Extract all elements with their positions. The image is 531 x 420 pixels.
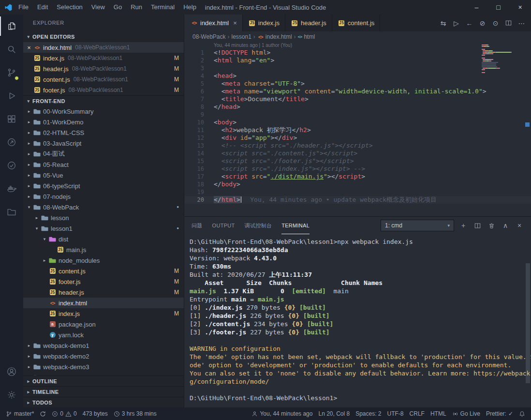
terminal-scrollbar[interactable] — [526, 263, 530, 383]
cursor-position[interactable]: Ln 20, Col 8 — [315, 407, 353, 420]
breadcrumb-lesson1[interactable]: lesson1 — [231, 33, 251, 40]
tree-item-lesson[interactable]: ▸lesson — [23, 212, 184, 223]
go-live[interactable]: Go Live — [449, 407, 483, 420]
tab-content.js[interactable]: JScontent.js — [332, 15, 381, 31]
run-file-icon[interactable]: ▷ — [450, 19, 463, 27]
more-actions-icon[interactable]: ⋯ — [515, 19, 528, 27]
panel-tab-调试控制台[interactable]: 调试控制台 — [245, 217, 272, 234]
workspace-folder-header[interactable]: ▾ FRONT-END — [23, 95, 184, 106]
close-panel-icon[interactable]: × — [515, 222, 524, 229]
tree-item-08-WebPack[interactable]: ▾08-WebPack● — [23, 202, 184, 212]
tree-item-03-JavaScript[interactable]: ▸03-JavaScript — [23, 138, 184, 149]
menu-selection[interactable]: Selection — [52, 0, 87, 15]
tree-item-index.html[interactable]: <>index.html — [23, 298, 184, 308]
tree-item-00-WorkSummary[interactable]: ▸00-WorkSummary — [23, 106, 184, 117]
activity-settings[interactable] — [0, 383, 23, 406]
tree-item-content.js[interactable]: JScontent.jsM — [23, 266, 184, 276]
run-and-debug-icon[interactable]: ⊙ — [489, 19, 502, 27]
tree-item-node_modules[interactable]: ▸node_modules — [23, 255, 184, 266]
open-editor-footer.js[interactable]: JSfooter.js08-WebPack\lesson1M — [23, 85, 184, 95]
panel-tab-TERMINAL[interactable]: TERMINAL — [281, 217, 310, 234]
minimize-button[interactable]: – — [466, 0, 487, 15]
problems[interactable]: 00 — [49, 407, 79, 420]
menu-view[interactable]: View — [87, 0, 109, 15]
terminal-output[interactable]: D:\GitHub\Front-End\08-WebPack\lesson1>n… — [185, 234, 531, 407]
tree-item-index.js[interactable]: JSindex.jsM — [23, 308, 184, 319]
menu-run[interactable]: Run — [126, 0, 147, 15]
tree-item-lesson1[interactable]: ▾lesson1● — [23, 223, 184, 234]
activity-explorer[interactable] — [0, 15, 23, 38]
open-editor-header.js[interactable]: JSheader.js08-WebPack\lesson1M — [23, 63, 184, 74]
split-terminal-icon[interactable] — [472, 223, 482, 229]
close-editor-icon[interactable]: × — [25, 44, 33, 51]
file-size[interactable]: 473 bytes — [80, 407, 111, 420]
activity-account[interactable] — [0, 360, 23, 383]
split-editor-icon[interactable] — [502, 20, 515, 26]
maximize-button[interactable]: □ — [487, 0, 509, 15]
code-editor[interactable]: You, 44 minutes ago | 1 author (You) 1<!… — [185, 42, 531, 216]
tree-item-webpack-demo2[interactable]: ▸webpack-demo2 — [23, 351, 184, 361]
tree-item-05-Vue[interactable]: ▸05-Vue — [23, 170, 184, 180]
tree-item-04-面试[interactable]: ▸04-面试 — [23, 149, 184, 159]
activity-gitlens[interactable] — [0, 131, 23, 154]
tree-item-dist[interactable]: ▾dist — [23, 234, 184, 244]
activity-source-control[interactable] — [0, 61, 23, 84]
tree-item-yarn.lock[interactable]: yyarn.lock — [23, 330, 184, 340]
tab-index.html[interactable]: <>index.html× — [185, 15, 243, 31]
tree-item-header.js[interactable]: JSheader.jsM — [23, 287, 184, 298]
new-terminal-icon[interactable]: + — [458, 222, 468, 229]
kill-terminal-icon[interactable] — [487, 223, 496, 229]
go-back-icon[interactable]: ← — [463, 19, 476, 27]
menu-go[interactable]: Go — [109, 0, 126, 15]
menu-file[interactable]: File — [14, 0, 33, 15]
close-tab-icon[interactable]: × — [233, 19, 237, 27]
section-timeline[interactable]: ▸TIMELINE — [23, 386, 184, 397]
tree-item-footer.js[interactable]: JSfooter.jsM — [23, 276, 184, 287]
breadcrumb-html[interactable]: <>html — [298, 33, 315, 40]
tab-index.js[interactable]: JSindex.js — [243, 15, 285, 31]
close-button[interactable]: × — [509, 0, 531, 15]
prettier[interactable]: Prettier:✓ — [483, 407, 516, 420]
maximize-panel-icon[interactable]: ∧ — [501, 222, 510, 229]
open-editor-index.js[interactable]: JSindex.js08-WebPack\lesson1M — [23, 53, 184, 63]
panel-tab-OUTPUT[interactable]: OUTPUT — [212, 217, 235, 234]
notifications[interactable] — [516, 407, 528, 420]
encoding[interactable]: UTF-8 — [384, 407, 407, 420]
indentation[interactable]: Spaces: 2 — [353, 407, 384, 420]
activity-test-explorer[interactable] — [0, 154, 23, 177]
activity-run-debug[interactable] — [0, 84, 23, 107]
compare-changes-icon[interactable]: ⇆ — [437, 19, 450, 27]
menu-edit[interactable]: Edit — [33, 0, 52, 15]
git-blame[interactable]: You, 44 minutes ago — [249, 407, 315, 420]
section-todos[interactable]: ▸TODOS — [23, 397, 184, 407]
time-tracker[interactable]: 3 hrs 38 mins — [111, 407, 160, 420]
tree-item-06-typeScript[interactable]: ▸06-typeScript — [23, 180, 184, 191]
menu-help[interactable]: Help — [179, 0, 201, 15]
activity-project-manager[interactable] — [0, 200, 23, 224]
tree-item-webpack-demo3[interactable]: ▸webpack-demo3 — [23, 361, 184, 372]
activity-extensions[interactable] — [0, 107, 23, 131]
breadcrumb-08-WebPack[interactable]: 08-WebPack — [192, 33, 225, 40]
tree-item-02-HTML-CSS[interactable]: ▸02-HTML-CSS — [23, 127, 184, 138]
git-branch[interactable]: master* — [3, 407, 37, 420]
tree-item-package.json[interactable]: npackage.json — [23, 319, 184, 330]
tree-item-07-nodejs[interactable]: ▸07-nodejs — [23, 191, 184, 202]
eol[interactable]: CRLF — [407, 407, 428, 420]
sync[interactable] — [37, 407, 49, 420]
open-editor-index.html[interactable]: ×<>index.html08-WebPack\lesson1 — [23, 42, 184, 53]
panel-tab-问题[interactable]: 问题 — [192, 217, 203, 234]
tab-header.js[interactable]: JSheader.js — [285, 15, 332, 31]
section-outline[interactable]: ▸OUTLINE — [23, 375, 184, 386]
open-editor-content.js[interactable]: JScontent.js08-WebPack\lesson1M — [23, 74, 184, 85]
tree-item-01-WorkDemo[interactable]: ▸01-WorkDemo — [23, 117, 184, 127]
tree-item-webpack-demo1[interactable]: ▸webpack-demo1 — [23, 340, 184, 351]
activity-search[interactable] — [0, 38, 23, 61]
minimap[interactable] — [482, 45, 523, 74]
terminal-select[interactable]: 1: cmd ▾ — [381, 220, 454, 231]
tree-item-main.js[interactable]: JSmain.js — [23, 244, 184, 255]
menu-terminal[interactable]: Terminal — [147, 0, 179, 15]
circle-slash-icon[interactable]: ⊘ — [476, 19, 489, 27]
open-editors-header[interactable]: ▾ OPEN EDITORS — [23, 31, 184, 42]
language-mode[interactable]: HTML — [428, 407, 449, 420]
tree-item-05-React[interactable]: ▸05-React — [23, 159, 184, 170]
